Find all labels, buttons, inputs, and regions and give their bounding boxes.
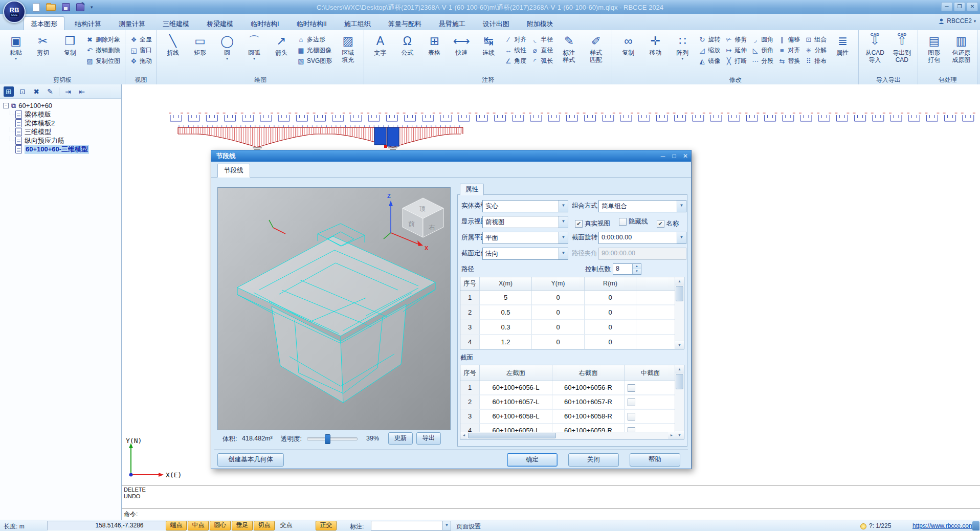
entity-type-select[interactable]: 实心 ▼ [482,200,568,212]
ribbon-button[interactable]: ◭镜像 [697,56,722,66]
section-table-hscrollbar[interactable]: ◄ ► [460,432,675,439]
ribbon-button[interactable]: ╲折线 [160,32,186,75]
user-account[interactable]: RBCCE2 ▾ [938,17,976,25]
ribbon-button[interactable]: ∞复制 [615,32,641,75]
table-cell[interactable]: 0.3 [480,320,532,335]
table-cell[interactable]: 0.5 [480,305,532,320]
snap-button[interactable]: 端点 [166,521,187,530]
table-cell[interactable]: 60+100+6058-R [552,410,625,424]
ribbon-tab[interactable]: 结构计算 [68,16,108,32]
ribbon-button[interactable]: ▥包还原成原图 [948,32,974,75]
ribbon-button[interactable]: ◜弧长 [529,56,554,66]
dialog-title-bar[interactable]: 节段线 ─ □ ✕ [211,150,691,162]
control-points-stepper[interactable]: 8 ▲▼ [613,263,641,275]
tree-item[interactable]: 梁体模板2 [3,119,121,127]
ribbon-button[interactable]: ✛移动 [642,32,668,75]
locate-select[interactable]: 法向 ▼ [482,248,568,260]
ribbon-button[interactable]: ✳分解 [803,46,828,55]
table-cell[interactable]: 0 [532,305,585,320]
scroll-left-icon[interactable]: ◄ [460,432,467,439]
ribbon-button[interactable]: Ω公式 [394,32,420,75]
scroll-down-icon[interactable]: ▼ [675,341,684,349]
close-button[interactable]: ✕ [967,2,978,11]
table-cell[interactable]: 1.2 [480,335,532,349]
ribbon-tab[interactable]: 测量计算 [112,16,152,32]
ribbon-button[interactable]: CAD⇧导出到CAD [889,32,915,75]
help-button[interactable]: 帮助 [630,453,680,467]
ribbon-button[interactable]: ⟷快速 [449,32,474,75]
ribbon-tab[interactable]: 设计出图 [476,16,517,32]
stepper-down-icon[interactable]: ▼ [633,269,641,274]
table-cell[interactable]: 60+100+6056-R [552,381,625,395]
ribbon-button[interactable]: ∕对齐 [503,35,528,45]
dialog-close-button[interactable]: ✕ [680,152,691,160]
resize-grip[interactable] [972,521,979,530]
chevron-down-icon[interactable]: ▼ [677,232,686,244]
ribbon-button[interactable]: ⠿排布 [803,56,828,66]
snap-button[interactable]: 切点 [254,521,275,530]
tree-item[interactable]: 纵向预应力筋 [3,136,121,145]
ribbon-button[interactable]: ✃修剪 [723,35,748,45]
ribbon-button[interactable]: ✥拖动 [128,56,153,66]
table-cell[interactable]: 0 [585,291,636,305]
snap-button[interactable]: 垂足 [232,521,253,530]
scroll-up-icon[interactable]: ▲ [675,365,684,373]
delete-node-icon[interactable]: ✖ [31,86,41,97]
chevron-down-icon[interactable]: ▼ [559,248,568,259]
table-cell[interactable] [636,291,677,305]
ribbon-tab[interactable]: 临时结构I [243,16,286,32]
table-row[interactable]: 41.200 [460,335,684,349]
table-cell[interactable] [636,335,677,349]
ribbon-tab[interactable]: 算量与配料 [381,16,429,32]
ribbon-button[interactable]: ◞圆角 [750,35,775,45]
expander-icon[interactable]: − [3,103,9,108]
table-row[interactable]: 1500 [460,291,684,305]
table-cell[interactable] [636,305,677,320]
ribbon-button[interactable]: ⌂多边形 [296,35,333,45]
table-cell[interactable]: 0 [532,335,585,349]
opacity-slider-thumb[interactable] [325,434,330,444]
scroll-right-icon[interactable]: ► [668,432,675,439]
update-button[interactable]: 更新 [388,432,413,445]
table-cell[interactable]: 0 [585,335,636,349]
ribbon-tab[interactable]: 悬臂施工 [432,16,473,32]
opacity-slider[interactable] [307,437,358,440]
command-prompt[interactable]: 命令: [122,508,980,519]
ribbon-button[interactable]: ❖全显 [128,35,153,45]
unchecked-checkbox-icon[interactable] [628,384,635,392]
view-select[interactable]: 前视图 ▼ [482,216,568,228]
table-cell[interactable]: 60+100+6057-L [480,395,552,410]
table-row[interactable]: 260+100+6057-L60+100+6057-R [460,395,684,410]
table-cell[interactable] [636,320,677,335]
dialog-maximize-button[interactable]: □ [669,152,680,160]
ribbon-button[interactable]: ⌀直径 [529,46,554,55]
chevron-down-icon[interactable]: ▼ [559,216,568,228]
stepper-up-icon[interactable]: ▲ [633,264,641,269]
ribbon-tab[interactable]: 基本图形 [24,16,64,32]
ribbon-button[interactable]: ▧SVG图形 [296,56,333,66]
close-dialog-button[interactable]: 关闭 [568,453,619,467]
properties-tab[interactable]: 属性 [460,184,484,195]
ribbon-button[interactable]: ≡对齐 [776,46,801,55]
export-button[interactable]: 导出 [416,432,441,445]
ribbon-button[interactable]: ╳打断 [723,56,748,66]
indent-icon[interactable]: ⇥ [63,86,73,97]
checkbox[interactable]: 隐藏线 [619,217,648,226]
ribbon-button[interactable]: ✖删除对象 [84,35,122,45]
ribbon-button[interactable]: ⇆替换 [776,56,801,66]
scroll-down-icon[interactable]: ▼ [675,431,684,439]
snap-button[interactable]: 中点 [188,521,209,530]
table-row[interactable]: 30.300 [460,320,684,335]
outdent-icon[interactable]: ⇤ [77,86,87,97]
table-row[interactable]: 160+100+6056-L60+100+6056-R [460,381,684,395]
ribbon-button[interactable]: ▤图形打包 [921,32,947,75]
minimize-button[interactable]: ─ [941,2,952,11]
maximize-button[interactable]: ❐ [954,2,965,11]
ribbon-button[interactable]: ∥偏移 [776,35,801,45]
create-primitive-button[interactable]: 创建基本几何体 [217,453,284,467]
ribbon-tab[interactable]: 桥梁建模 [199,16,240,32]
table-cell[interactable]: 5 [480,291,532,305]
ribbon-button[interactable]: ▨复制位图 [84,56,122,66]
ribbon-button[interactable]: ◯圆▾ [214,32,240,75]
ribbon-button[interactable]: ◟半径 [529,35,554,45]
